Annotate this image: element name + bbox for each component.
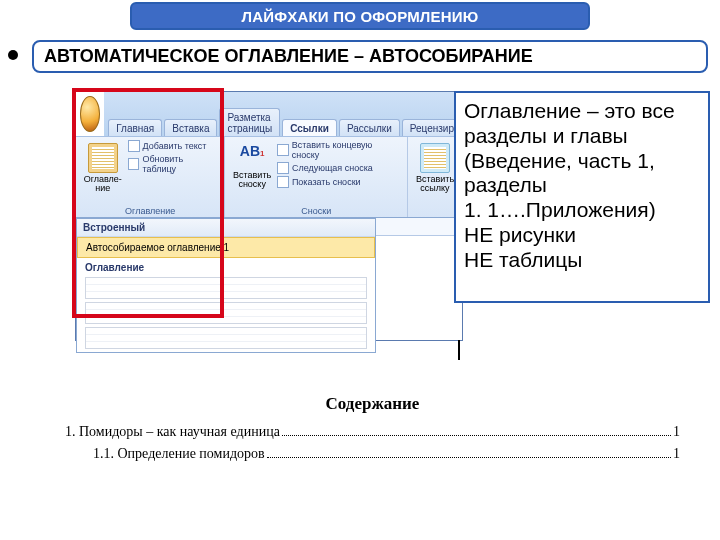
toc-page: 1 bbox=[673, 424, 680, 440]
insert-footnote-label: Вставить сноску bbox=[231, 171, 273, 189]
toc-button-label: Оглавле- ние bbox=[82, 175, 124, 193]
show-footnotes-label: Показать сноски bbox=[292, 177, 361, 187]
insert-endnote[interactable]: Вставить концевую сноску bbox=[277, 140, 401, 160]
next-footnote-icon bbox=[277, 162, 289, 174]
gallery-preview-2 bbox=[85, 302, 367, 324]
gallery-preview-title: Оглавление bbox=[85, 262, 367, 273]
footnote-group-caption: Сноски bbox=[231, 204, 401, 216]
insert-endnote-label: Вставить концевую сноску bbox=[292, 140, 401, 160]
toc-icon bbox=[88, 143, 118, 173]
ribbon-tabs: Главная Вставка Разметка страницы Ссылки… bbox=[104, 92, 462, 136]
insert-footnote-button[interactable]: AB1 Вставить сноску bbox=[231, 140, 273, 189]
toc-add-text-label: Добавить текст bbox=[143, 141, 207, 151]
main-area: Главная Вставка Разметка страницы Ссылки… bbox=[0, 91, 720, 346]
gallery-preview bbox=[85, 277, 367, 299]
toc-group-caption: Оглавление bbox=[82, 204, 218, 216]
toc-row: 1.1. Определение помидоров 1 bbox=[65, 446, 680, 462]
contents-heading: Содержание bbox=[65, 394, 680, 414]
gallery-preview-3 bbox=[85, 327, 367, 349]
gallery-item-auto1[interactable]: Автособираемое оглавление 1 bbox=[77, 237, 375, 258]
word-window: Главная Вставка Разметка страницы Ссылки… bbox=[75, 91, 463, 341]
next-footnote-label: Следующая сноска bbox=[292, 163, 373, 173]
tab-review[interactable]: Рецензир bbox=[402, 119, 462, 136]
insert-citation-label: Вставить ссылку bbox=[414, 175, 456, 193]
text-cursor-icon bbox=[458, 340, 460, 360]
show-footnotes[interactable]: Показать сноски bbox=[277, 176, 401, 188]
office-orb-icon[interactable] bbox=[80, 96, 100, 132]
gallery-header: Встроенный bbox=[77, 219, 375, 237]
document-contents: Содержание 1. Помидоры – как научная еди… bbox=[0, 394, 720, 462]
toc-row: 1. Помидоры – как научная единица 1 bbox=[65, 424, 680, 440]
citation-icon bbox=[420, 143, 450, 173]
show-footnotes-icon bbox=[277, 176, 289, 188]
overlay-line: Оглавление – это все bbox=[464, 99, 700, 124]
overlay-line: разделы и главы bbox=[464, 124, 700, 149]
footnote-subitems: Вставить концевую сноску Следующая сноск… bbox=[277, 140, 401, 189]
subhead-row: АВТОМАТИЧЕСКОЕ ОГЛАВЛЕНИЕ – АВТОСОБИРАНИ… bbox=[0, 40, 720, 73]
subhead-box: АВТОМАТИЧЕСКОЕ ОГЛАВЛЕНИЕ – АВТОСОБИРАНИ… bbox=[32, 40, 708, 73]
overlay-line: НЕ рисунки bbox=[464, 223, 700, 248]
toc-update[interactable]: Обновить таблицу bbox=[128, 154, 219, 174]
update-icon bbox=[128, 158, 140, 170]
word-titlebar: Главная Вставка Разметка страницы Ссылки… bbox=[76, 92, 462, 136]
toc-update-label: Обновить таблицу bbox=[142, 154, 218, 174]
footnote-ab1-icon: AB1 bbox=[239, 143, 265, 169]
tab-references[interactable]: Ссылки bbox=[282, 119, 337, 136]
tab-insert[interactable]: Вставка bbox=[164, 119, 217, 136]
toc-text: 1.1. Определение помидоров bbox=[93, 446, 265, 462]
tab-home[interactable]: Главная bbox=[108, 119, 162, 136]
slide-banner: ЛАЙФХАКИ ПО ОФОРМЛЕНИЮ bbox=[130, 2, 590, 30]
toc-add-text[interactable]: Добавить текст bbox=[128, 140, 219, 152]
toc-text: 1. Помидоры – как научная единица bbox=[65, 424, 280, 440]
tab-layout[interactable]: Разметка страницы bbox=[219, 108, 280, 136]
toc-gallery[interactable]: Встроенный Автособираемое оглавление 1 О… bbox=[76, 218, 376, 353]
toc-page: 1 bbox=[673, 446, 680, 462]
ribbon-group-footnotes: AB1 Вставить сноску Вставить концевую сн… bbox=[225, 137, 408, 217]
endnote-icon bbox=[277, 144, 289, 156]
explanation-overlay: Оглавление – это все разделы и главы (Вв… bbox=[454, 91, 710, 303]
ribbon-group-toc: Оглавле- ние Добавить текст Обновить таб… bbox=[76, 137, 225, 217]
next-footnote[interactable]: Следующая сноска bbox=[277, 162, 401, 174]
tab-mailings[interactable]: Рассылки bbox=[339, 119, 400, 136]
ribbon: Оглавле- ние Добавить текст Обновить таб… bbox=[76, 136, 462, 218]
overlay-line: НЕ таблицы bbox=[464, 248, 700, 273]
toc-leader-dots bbox=[267, 457, 671, 458]
insert-citation-button[interactable]: Вставить ссылку bbox=[414, 140, 456, 193]
overlay-line: разделы bbox=[464, 173, 700, 198]
add-text-icon bbox=[128, 140, 140, 152]
overlay-line: 1. 1….Приложения) bbox=[464, 198, 700, 223]
toc-subitems: Добавить текст Обновить таблицу bbox=[128, 140, 219, 193]
overlay-line: (Введение, часть 1, bbox=[464, 149, 700, 174]
toc-button[interactable]: Оглавле- ние bbox=[82, 140, 124, 193]
bullet-icon bbox=[8, 50, 18, 60]
toc-leader-dots bbox=[282, 435, 671, 436]
